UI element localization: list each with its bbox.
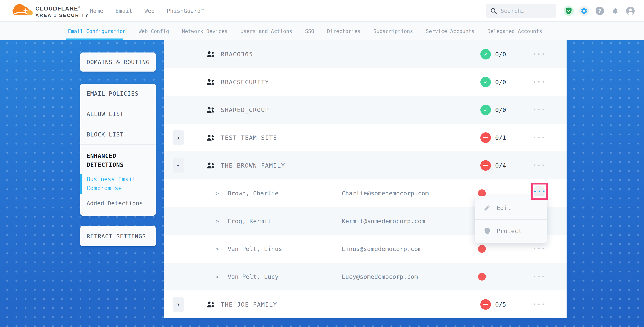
check-icon: ✓ [484,78,488,85]
protection-count: 0/0 [495,106,506,113]
account-button[interactable] [625,6,636,16]
tab-users-and-actions[interactable]: Users and Actions [240,28,292,34]
row-actions-button[interactable]: ••• [533,274,546,280]
person-name: Frog, Kermit [228,218,271,225]
group-name: SHARED_GROUP [221,106,269,113]
group-icon [206,134,215,142]
row-actions-button[interactable]: ••• [533,135,546,141]
chevron-right-icon: > [216,190,219,197]
sidebar-item-domains-routing[interactable]: DOMAINS & ROUTING [80,59,154,65]
table-row-group[interactable]: › THE JOE FAMILY 0/5 ••• [164,291,566,318]
row-actions-button[interactable]: ••• [533,51,546,57]
table-row-person[interactable]: > Van Pelt, Lucy Lucy@somedemocorp.com •… [164,263,566,291]
status-badge-protected: ✓ [480,77,491,87]
search-input[interactable] [500,7,551,14]
sidebar-item-email-policies[interactable]: EMAIL POLICIES [80,84,156,104]
tab-service-accounts[interactable]: Service Accounts [426,28,474,34]
sidebar-item-allow-list[interactable]: ALLOW LIST [80,104,156,124]
menu-item-label: Protect [496,228,522,235]
nav-email[interactable]: Email [116,7,132,14]
person-name: Van Pelt, Linus [228,245,282,252]
status-badge-unprotected [480,160,491,171]
help-icon: ? [596,6,604,15]
group-icon [206,301,215,308]
protection-count: 0/0 [495,78,506,85]
top-nav: Home Email Web PhishGuard™ [90,0,204,22]
help-button[interactable]: ? [595,6,605,16]
notifications-button[interactable] [610,6,620,16]
menu-item-protect[interactable]: Protect [475,219,547,242]
protection-count: 0/4 [495,162,506,169]
cloudflare-logo[interactable]: CLOUDFLARE® AREA 1 SECURITY [11,2,89,18]
group-name: THE JOE FAMILY [221,301,277,308]
sidebar-item-block-list[interactable]: BLOCK LIST [80,124,156,145]
row-actions-button-active[interactable]: ••• [534,186,545,197]
group-name: RBACO365 [221,51,253,58]
person-email: Charlie@somedemocorp.com [342,190,429,197]
table-row-group[interactable]: › THE BROWN FAMILY 0/4 ••• [164,151,566,179]
tab-network-devices[interactable]: Network Devices [182,28,228,34]
sidebar-item-added-detections[interactable]: Added Detections [80,195,156,216]
table-row-group[interactable]: › TEST TEAM SITE 0/1 ••• [164,124,566,151]
person-name: Van Pelt, Lucy [228,273,278,280]
tab-subscriptions[interactable]: Subscriptions [373,28,413,34]
protection-count: 0/5 [495,301,506,308]
tab-email-configuration[interactable]: Email Configuration [68,28,126,34]
sidebar-card-retract: RETRACT SETTINGS [80,226,156,246]
security-status-button[interactable] [564,6,574,16]
tab-sso[interactable]: SSO [305,28,314,34]
shield-check-icon [565,7,572,14]
sidebar-item-label: Business Email Compromise [86,176,136,192]
tab-web-config[interactable]: Web Config [138,28,169,34]
nav-phishguard[interactable]: PhishGuard™ [167,7,204,14]
sidebar-item-enhanced-detections[interactable]: ENHANCED DETECTIONS [80,145,156,171]
search-box[interactable] [486,4,556,18]
tab-directories[interactable]: Directories [327,28,360,34]
menu-item-edit[interactable]: Edit [475,196,547,219]
status-badge-protected: ✓ [480,49,491,59]
table-row-group[interactable]: RBACO365 ✓ 0/0 ••• [164,40,566,68]
chevron-right-icon: › [176,301,180,308]
search-icon [490,7,497,14]
row-actions-button[interactable]: ••• [533,163,546,168]
group-icon [206,50,215,58]
active-item-bar [80,174,82,194]
minus-icon [483,165,488,166]
group-icon [206,106,215,114]
minus-icon [483,137,488,138]
check-icon: ✓ [484,106,488,113]
nav-web[interactable]: Web [144,7,154,14]
expand-button[interactable]: › [172,297,184,312]
chevron-down-icon: › [174,163,182,167]
ellipsis-icon: ••• [532,189,547,194]
row-actions-menu: Edit Protect [475,196,547,243]
protection-count: 0/1 [495,134,506,141]
pencil-icon [484,204,491,211]
cloudflare-cloud-icon [11,2,34,17]
status-badge-protected: ✓ [480,105,491,115]
menu-item-label: Edit [496,204,511,211]
person-email: Linus@somedemocorp.com [342,245,422,252]
expand-button[interactable]: › [172,130,184,145]
row-actions-button[interactable]: ••• [533,107,546,113]
settings-button[interactable] [579,6,589,16]
table-row-group[interactable]: SHARED_GROUP ✓ 0/0 ••• [164,96,566,124]
person-email: Kermit@somedemocorp.com [342,218,425,225]
collapse-button[interactable]: › [172,158,184,173]
sidebar-item-retract-settings[interactable]: RETRACT SETTINGS [80,233,150,240]
user-icon [626,6,635,15]
secondary-nav: Email Configuration Web Config Network D… [0,22,644,40]
sidebar-card-policies: EMAIL POLICIES ALLOW LIST BLOCK LIST ENH… [80,84,156,216]
nav-home[interactable]: Home [90,7,103,14]
sidebar-item-business-email-compromise[interactable]: Business Email Compromise [80,171,156,195]
row-actions-button[interactable]: ••• [533,246,546,252]
registered-mark: ® [78,5,80,8]
tab-delegated-accounts[interactable]: Delegated Accounts [488,28,542,34]
brand-subtitle: AREA 1 SECURITY [36,13,89,18]
row-actions-button[interactable]: ••• [533,302,546,307]
table-row-group[interactable]: RBACSECURITY ✓ 0/0 ••• [164,68,566,96]
row-actions-button[interactable]: ••• [533,79,546,85]
chevron-right-icon: > [216,273,219,280]
brand-name: CLOUDFLARE [36,5,78,12]
chevron-right-icon: > [216,245,219,252]
